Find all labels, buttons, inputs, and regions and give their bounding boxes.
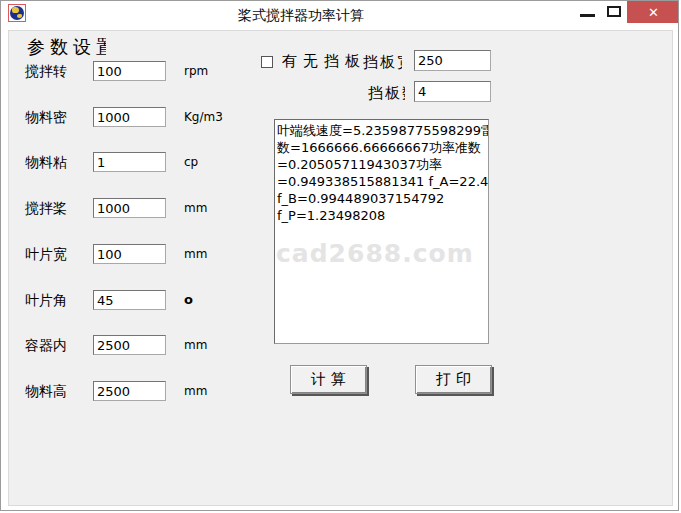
maximize-button[interactable] (604, 4, 626, 23)
results-line: 数=1666666.66666667功率准数 (277, 139, 486, 156)
param-input[interactable] (93, 290, 166, 310)
baffle-checkbox-label: 有无挡板 (282, 52, 364, 70)
param-label: 物料密 (25, 109, 67, 127)
baffle-count-label: 挡板数 (368, 84, 405, 102)
param-label: 搅拌桨 (25, 200, 67, 218)
param-unit-label: mm (184, 247, 207, 261)
param-unit-label: mm (184, 338, 207, 352)
results-line: f_P=1.23498208 (277, 207, 486, 224)
minimize-icon (580, 14, 595, 17)
print-button[interactable]: 打 印 (415, 365, 492, 394)
param-input[interactable] (93, 198, 166, 218)
baffle-width-input[interactable] (414, 50, 491, 71)
results-line: f_B=0.994489037154792 (277, 190, 486, 207)
param-input[interactable] (93, 61, 166, 81)
param-label: 物料粘 (25, 154, 67, 172)
param-label: 物料高 (25, 383, 67, 401)
param-unit-label: o (184, 292, 193, 307)
param-unit-label: mm (184, 384, 207, 398)
form-client-area: 参数设置 搅拌转rpm物料密Kg/m3物料粘cp搅拌桨mm叶片宽mm叶片角o容器… (8, 30, 673, 506)
maximize-icon (607, 6, 621, 17)
results-line: =0.20505711943037功率 (277, 156, 486, 173)
close-icon: ✕ (648, 5, 659, 20)
param-label: 容器内 (25, 337, 67, 355)
param-label: 搅拌转 (25, 63, 67, 81)
results-text-area[interactable]: 叶端线速度=5.23598775598299雷诺数=1666666.666666… (274, 119, 489, 344)
param-input[interactable] (93, 152, 166, 172)
param-input[interactable] (93, 335, 166, 355)
title-bar: 桨式搅拌器功率计算 ✕ (1, 1, 678, 30)
close-button[interactable]: ✕ (627, 1, 679, 23)
baffle-checkbox[interactable] (261, 56, 273, 68)
param-unit-label: cp (184, 155, 198, 169)
param-label: 叶片宽 (25, 246, 67, 264)
param-input[interactable] (93, 244, 166, 264)
results-line: 叶端线速度=5.23598775598299雷诺 (277, 122, 486, 139)
section-label-parameters: 参数设置 (27, 35, 106, 59)
results-line: =0.949338515881341 f_A=22.472 (277, 173, 486, 190)
window-title: 桨式搅拌器功率计算 (1, 7, 601, 25)
param-input[interactable] (93, 107, 166, 127)
app-window: 桨式搅拌器功率计算 ✕ 参数设置 搅拌转rpm物料密Kg/m3物料粘cp搅拌桨m… (0, 0, 679, 511)
param-unit-label: rpm (184, 64, 208, 78)
calculate-button[interactable]: 计 算 (290, 365, 367, 394)
param-label: 叶片角 (25, 292, 67, 310)
baffle-count-input[interactable] (414, 81, 491, 102)
param-unit-label: Kg/m3 (184, 110, 223, 124)
minimize-button[interactable] (577, 4, 599, 23)
param-input[interactable] (93, 381, 166, 401)
param-unit-label: mm (184, 201, 207, 215)
baffle-width-label: 挡板宽 (363, 53, 402, 71)
